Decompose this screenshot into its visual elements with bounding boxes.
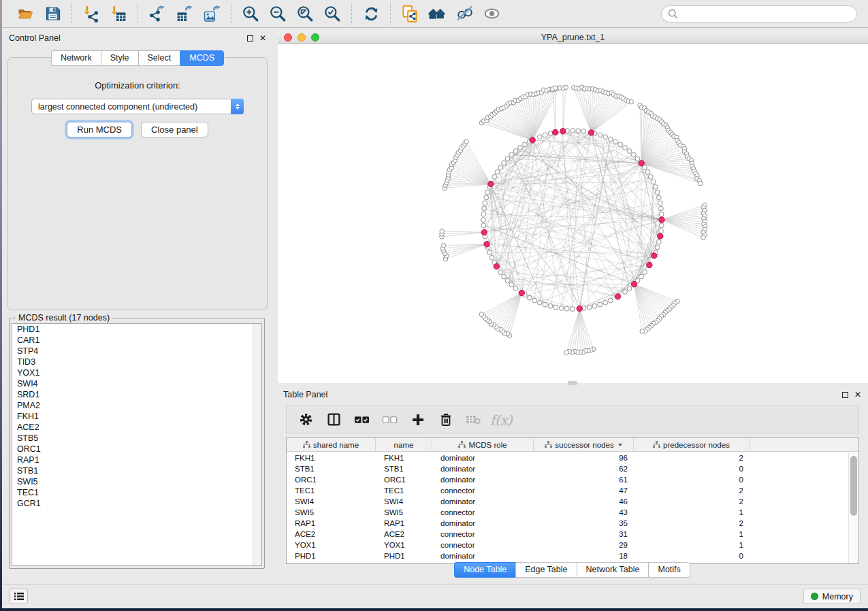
open-file-button[interactable] — [12, 2, 39, 25]
network-node[interactable] — [640, 329, 645, 333]
network-node[interactable] — [537, 300, 542, 305]
network-node[interactable] — [522, 142, 527, 147]
result-list-scrollbar[interactable] — [253, 324, 261, 565]
tab-node-table[interactable]: Node Table — [454, 562, 515, 578]
network-node[interactable] — [502, 161, 507, 165]
network-node[interactable] — [659, 206, 664, 211]
network-node[interactable] — [509, 152, 514, 157]
network-node[interactable] — [502, 274, 507, 279]
mcds-node-item[interactable]: PMA2 — [12, 400, 261, 411]
mcds-node[interactable] — [481, 229, 487, 235]
network-node[interactable] — [513, 149, 518, 154]
network-node[interactable] — [648, 174, 653, 179]
network-node[interactable] — [505, 278, 510, 283]
network-node[interactable] — [653, 184, 658, 189]
network-node[interactable] — [629, 99, 634, 104]
mcds-node[interactable] — [577, 306, 582, 311]
network-node[interactable] — [587, 305, 592, 310]
network-node[interactable] — [481, 223, 486, 228]
network-node[interactable] — [482, 206, 487, 211]
float-table-panel-icon[interactable] — [842, 392, 848, 398]
network-node[interactable] — [659, 212, 664, 216]
network-node[interactable] — [643, 270, 647, 275]
hide-selection-button[interactable] — [451, 2, 478, 25]
export-table-button[interactable] — [171, 2, 198, 25]
network-node[interactable] — [656, 195, 661, 200]
clone-network-button[interactable] — [396, 2, 423, 25]
network-node[interactable] — [484, 195, 489, 200]
zoom-fit-button[interactable] — [291, 2, 319, 25]
network-canvas[interactable] — [278, 44, 868, 383]
mcds-node[interactable] — [519, 290, 524, 295]
network-node[interactable] — [592, 303, 597, 308]
table-row[interactable]: FKH1FKH1dominator962 — [287, 452, 848, 463]
tab-mcds[interactable]: MCDS — [180, 50, 224, 66]
network-node[interactable] — [656, 240, 661, 244]
network-node[interactable] — [655, 245, 660, 250]
network-node[interactable] — [608, 298, 613, 303]
tab-edge-table[interactable]: Edge Table — [515, 562, 576, 578]
zoom-in-button[interactable] — [237, 2, 264, 25]
network-node[interactable] — [581, 129, 586, 134]
mcds-result-list[interactable]: PHD1CAR1STP4TID3YOX1SWI4SRD1PMA2FKH1ACE2… — [12, 323, 262, 566]
run-mcds-button[interactable]: Run MCDS — [67, 122, 132, 137]
table-row[interactable]: YOX1YOX1connector291 — [287, 540, 848, 550]
network-node[interactable] — [659, 229, 664, 233]
network-node[interactable] — [635, 156, 640, 161]
mcds-node-item[interactable]: ACE2 — [12, 422, 261, 433]
export-network-button[interactable] — [144, 2, 171, 25]
show-selection-button[interactable] — [478, 2, 505, 25]
network-node[interactable] — [548, 131, 553, 136]
mcds-node-item[interactable]: FKH1 — [12, 411, 261, 422]
network-node[interactable] — [440, 229, 445, 234]
tab-motifs[interactable]: Motifs — [648, 562, 690, 578]
mcds-node-item[interactable]: TEC1 — [12, 487, 261, 498]
network-node[interactable] — [527, 295, 532, 300]
network-node[interactable] — [627, 149, 632, 154]
mcds-node-item[interactable]: RAP1 — [12, 455, 261, 465]
network-node[interactable] — [485, 190, 490, 195]
refresh-button[interactable] — [357, 2, 385, 25]
mcds-node[interactable] — [639, 161, 644, 166]
search-input[interactable] — [661, 5, 857, 22]
network-node[interactable] — [464, 139, 469, 144]
close-table-panel-icon[interactable]: ✕ — [854, 391, 861, 399]
mcds-node[interactable] — [647, 262, 652, 267]
close-panel-button[interactable]: Close panel — [141, 122, 208, 137]
mcds-node[interactable] — [488, 181, 494, 186]
mcds-node-item[interactable]: SRD1 — [12, 389, 261, 400]
mcds-node[interactable] — [484, 242, 489, 247]
network-node[interactable] — [498, 270, 503, 275]
network-node[interactable] — [495, 169, 500, 174]
delete-table-button[interactable] — [461, 409, 486, 431]
column-header-successor-nodes[interactable]: successor nodes — [534, 438, 634, 451]
mcds-node-item[interactable]: GCR1 — [12, 498, 261, 509]
network-node[interactable] — [598, 133, 602, 137]
show-columns-button[interactable] — [321, 409, 347, 431]
export-image-button[interactable] — [198, 2, 225, 25]
deselect-all-button[interactable] — [377, 409, 402, 431]
tab-select[interactable]: Select — [138, 50, 180, 66]
mcds-node[interactable] — [631, 282, 637, 287]
memory-button[interactable]: Memory — [803, 589, 861, 604]
network-titlebar[interactable]: YPA_prune.txt_1 — [278, 31, 868, 44]
network-node[interactable] — [659, 223, 664, 228]
table-row[interactable]: TEC1TEC1connector472 — [287, 485, 848, 496]
network-node[interactable] — [570, 129, 575, 133]
network-node[interactable] — [651, 180, 656, 184]
network-node[interactable] — [608, 137, 613, 142]
network-node[interactable] — [513, 286, 518, 291]
mcds-node-item[interactable]: STB5 — [12, 433, 261, 444]
network-node[interactable] — [553, 305, 558, 310]
network-node[interactable] — [603, 300, 608, 305]
mcds-node-item[interactable]: ORC1 — [12, 444, 261, 455]
delete-column-button[interactable] — [433, 409, 458, 431]
function-builder-button[interactable]: f(x) — [489, 409, 514, 431]
float-panel-icon[interactable] — [247, 35, 253, 42]
column-header-MCDS-role[interactable]: MCDS role — [432, 438, 534, 451]
save-session-button[interactable] — [39, 2, 66, 25]
network-node[interactable] — [543, 302, 547, 307]
close-panel-icon[interactable]: ✕ — [259, 34, 266, 42]
network-node[interactable] — [489, 255, 494, 260]
mcds-node-item[interactable]: SWI4 — [12, 378, 261, 389]
